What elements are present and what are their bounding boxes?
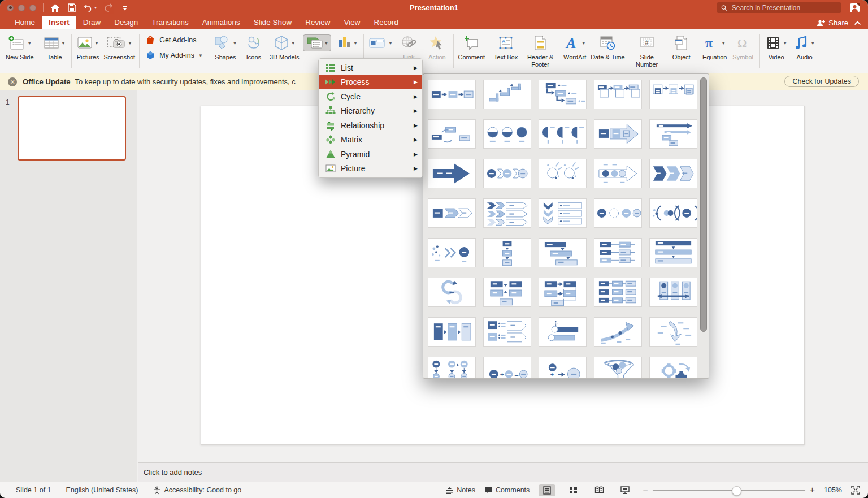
tab-animations[interactable]: Animations [196,16,247,29]
my-addins-button[interactable]: My Add-ins ▼ [145,50,203,60]
tab-record[interactable]: Record [367,16,406,29]
screenshot-button[interactable]: ▼ Screenshot [104,33,136,61]
smartart-layout-box-pairs-bend[interactable] [539,278,587,307]
tab-slide-show[interactable]: Slide Show [247,16,299,29]
notes-pane[interactable]: Click to add notes [138,463,868,482]
tab-home[interactable]: Home [8,16,42,29]
smartart-layout-gears[interactable] [649,357,697,379]
smartart-layout-curve-up-arrow[interactable] [594,317,642,347]
tab-draw[interactable]: Draw [76,16,108,29]
smartart-layout-panel-sequence[interactable] [428,317,476,347]
zoom-slider-thumb[interactable] [732,486,741,496]
smartart-layout-three-column-grid[interactable] [594,278,642,307]
audio-button[interactable]: ▼ Audio [792,33,817,61]
slide-sorter-view-button[interactable] [565,484,581,496]
language-button[interactable]: English (United States) [66,486,138,494]
smartart-layout-circle-parentheses[interactable] [649,198,697,228]
redo-button[interactable] [105,3,114,12]
smartart-layout-bending-list-process[interactable] [539,80,587,109]
account-avatar-icon[interactable] [849,3,860,13]
banner-close-icon[interactable]: ✕ [8,77,17,86]
icons-button[interactable]: Icons [241,33,266,61]
tab-insert[interactable]: Insert [42,16,76,29]
date-time-button[interactable]: Date & Time [591,33,625,61]
check-for-updates-button[interactable]: Check for Updates [784,76,859,87]
menu-item-matrix[interactable]: Matrix▶ [319,133,422,148]
smartart-layout-flag-boxes-process[interactable] [594,80,642,109]
customize-quick-access-button[interactable] [121,5,128,11]
smartart-layout-bars-with-arrows[interactable] [649,238,697,267]
text-box-button[interactable]: A Text Box [493,33,518,61]
header-footer-button[interactable]: Header & Footer [522,33,559,68]
smartart-layout-funnel[interactable] [594,357,642,379]
smartart-layout-chevron-row[interactable] [649,159,697,188]
close-window-button[interactable] [7,5,14,11]
new-slide-button[interactable]: ▼ New Slide [6,33,34,61]
link-button[interactable]: Link [396,33,421,61]
slide-number-button[interactable]: # Slide Number [628,33,666,68]
smartart-layout-tree-pairs[interactable] [428,357,476,379]
smartart-layout-box-list-arrows[interactable] [483,317,531,347]
tab-transitions[interactable]: Transitions [145,16,196,29]
symbol-button[interactable]: Ω Symbol [731,33,756,61]
menu-item-picture[interactable]: Picture▶ [319,162,422,176]
smartart-layout-vertical-chevron-list[interactable] [539,198,587,228]
zoom-in-button[interactable]: + [810,486,815,495]
smartart-layout-interlocking-arrows[interactable] [428,278,476,307]
smartart-layout-arrow-with-boxes[interactable] [594,119,642,149]
smartart-layout-plus-arrow-circle[interactable]: + [539,357,587,379]
search-input[interactable] [731,3,837,12]
smartart-layout-circles-progress[interactable] [483,119,531,149]
tab-design[interactable]: Design [107,16,145,29]
tab-review[interactable]: Review [298,16,337,29]
zoom-links-button[interactable]: ▼ [368,33,393,53]
reading-view-button[interactable] [591,484,607,496]
smartart-layout-box-and-chevrons[interactable] [428,198,476,228]
share-button[interactable]: Share [817,19,848,27]
smartart-layout-staggered-boxes[interactable] [539,238,587,267]
smartart-layout-arrow-with-circles[interactable] [594,159,642,188]
wordart-button[interactable]: A▼ WordArt [562,33,587,61]
smartart-layout-vertical-boxes[interactable] [483,238,531,267]
slideshow-view-button[interactable] [617,484,633,496]
equation-button[interactable]: π▼ Equation [702,33,727,61]
smartart-layout-circle-chevron-row[interactable] [483,159,531,188]
collapse-ribbon-icon[interactable] [854,21,861,25]
menu-item-list[interactable]: List▶ [319,60,422,75]
3d-models-button[interactable]: ▼ 3D Models [270,33,300,61]
zoom-window-button[interactable] [29,5,36,11]
zoom-percent-label[interactable]: 105% [824,486,842,494]
zoom-slider-track[interactable] [653,490,805,491]
menu-item-hierarchy[interactable]: Hierarchy▶ [319,104,422,119]
undo-button[interactable]: ▾ [84,3,97,12]
action-button[interactable]: Action [424,33,449,61]
pictures-button[interactable]: ▼ Pictures [76,33,101,61]
comment-button[interactable]: Comment [458,33,485,61]
search-box[interactable] [717,2,841,13]
smartart-layout-chevron-rows[interactable] [483,198,531,228]
gallery-scrollbar-thumb[interactable] [700,77,707,332]
video-button[interactable]: ▼ Video [764,33,789,61]
chart-button[interactable]: ▼ [335,33,359,53]
menu-item-pyramid[interactable]: Pyramid▶ [319,147,422,162]
smartart-button[interactable]: ▼ [303,33,332,53]
notes-toggle-button[interactable]: Notes [445,486,475,494]
slide-thumbnail[interactable] [18,96,126,161]
smartart-layout-panels-double-arrow[interactable] [649,278,697,307]
shapes-button[interactable]: ▼ Shapes [213,33,238,61]
smartart-layout-box-pairs-arrows[interactable] [483,278,531,307]
smartart-layout-alternating-flow[interactable] [428,119,476,149]
smartart-layout-curve-down-arrow[interactable] [649,317,697,347]
smartart-layout-basic-process[interactable] [428,80,476,109]
menu-item-cycle[interactable]: Cycle▶ [319,89,422,104]
smartart-layout-equation-circles[interactable]: += [483,357,531,379]
zoom-slider[interactable] [653,486,805,495]
smartart-layout-dots-chevron-circle[interactable] [428,238,476,267]
fit-slide-to-window-icon[interactable] [851,486,860,495]
smartart-layout-half-circles-process[interactable] [539,119,587,149]
smartart-layout-stacked-arrows[interactable] [649,119,697,149]
save-quick-button[interactable] [68,3,76,12]
smartart-layout-list-boxes-process[interactable] [649,80,697,109]
accessibility-status-button[interactable]: Accessibility: Good to go [153,486,241,495]
object-button[interactable]: Object [669,33,694,61]
